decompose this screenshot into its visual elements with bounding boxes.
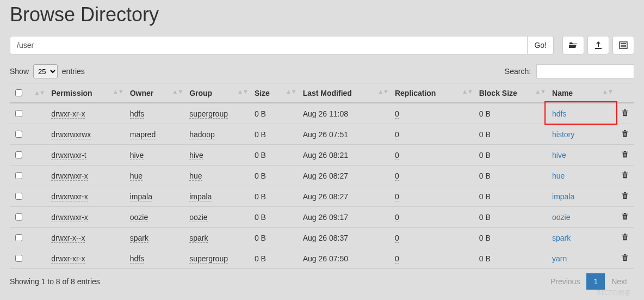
permission-link[interactable]: drwxr-xr-x [51, 109, 85, 119]
delete-button[interactable] [621, 213, 629, 222]
owner-link[interactable]: oozie [130, 213, 148, 222]
length-select[interactable]: 25 [33, 64, 58, 78]
table-row: drwxr-x--xsparkspark0 BAug 26 08:3700 Bs… [10, 228, 634, 248]
row-checkbox[interactable] [15, 131, 22, 138]
name-link[interactable]: hue [552, 172, 565, 180]
sort-icon[interactable]: ▲▼ [535, 89, 546, 95]
col-permission[interactable]: Permission [51, 89, 92, 97]
row-checkbox[interactable] [15, 110, 22, 117]
delete-button[interactable] [621, 130, 629, 139]
row-checkbox[interactable] [15, 234, 22, 241]
col-name[interactable]: Name [552, 89, 573, 97]
pagination: Previous 1 Next [544, 273, 634, 290]
col-group[interactable]: Group [189, 89, 212, 97]
permission-link[interactable]: drwxrwxr-x [51, 213, 88, 222]
owner-link[interactable]: hive [130, 151, 144, 160]
page-1[interactable]: 1 [586, 273, 605, 290]
replication-link[interactable]: 0 [395, 234, 399, 243]
name-link[interactable]: hive [552, 151, 566, 160]
permission-link[interactable]: drwxrwxrwx [51, 130, 91, 139]
row-checkbox[interactable] [15, 151, 22, 158]
path-input[interactable] [10, 36, 527, 54]
replication-link[interactable]: 0 [395, 213, 399, 222]
sort-icon[interactable]: ▲▼ [237, 89, 248, 95]
table-row: drwxrwxrwxmapredhadoop0 BAug 26 07:5100 … [10, 124, 634, 145]
sort-icon[interactable]: ▲▼ [286, 89, 296, 95]
delete-button[interactable] [621, 192, 629, 201]
delete-button[interactable] [621, 172, 629, 180]
owner-link[interactable]: hdfs [130, 109, 144, 119]
delete-button[interactable] [621, 234, 629, 242]
row-checkbox[interactable] [15, 172, 22, 179]
size-text: 0 B [255, 151, 266, 160]
col-last-modified[interactable]: Last Modified [303, 89, 352, 97]
sort-icon[interactable]: ▲▼ [377, 89, 388, 95]
search-input[interactable] [536, 64, 634, 78]
sort-icon[interactable]: ▲▼ [34, 90, 45, 96]
sort-icon[interactable]: ▲▼ [113, 89, 123, 95]
delete-button[interactable] [621, 151, 629, 160]
group-link[interactable]: supergroup [189, 109, 228, 119]
replication-link[interactable]: 0 [395, 254, 399, 264]
replication-link[interactable]: 0 [395, 192, 399, 201]
next-button[interactable]: Next [604, 273, 634, 290]
directory-table: ▲▼ Permission▲▼ Owner▲▼ Group▲▼ Size▲▼ L… [10, 83, 634, 269]
blocksize-text: 0 B [479, 130, 491, 139]
sort-icon[interactable]: ▲▼ [602, 89, 613, 95]
col-size[interactable]: Size [255, 89, 270, 97]
blocksize-text: 0 B [479, 109, 491, 118]
row-checkbox[interactable] [15, 213, 22, 221]
name-link[interactable]: hdfs [552, 109, 566, 118]
modified-text: Aug 26 07:50 [303, 254, 348, 263]
owner-link[interactable]: spark [130, 234, 148, 243]
length-menu: Show 25 entries [10, 64, 85, 78]
col-block-size[interactable]: Block Size [479, 89, 517, 97]
replication-link[interactable]: 0 [395, 151, 399, 160]
home-button[interactable] [562, 36, 584, 54]
group-link[interactable]: hive [189, 151, 203, 160]
permission-link[interactable]: drwxr-x--x [51, 234, 85, 243]
replication-link[interactable]: 0 [395, 130, 399, 139]
permission-link[interactable]: drwxrwxr-x [51, 192, 88, 201]
row-checkbox[interactable] [15, 255, 22, 262]
delete-button[interactable] [621, 109, 629, 118]
folder-open-icon [569, 41, 578, 50]
group-link[interactable]: impala [189, 192, 212, 201]
permission-link[interactable]: drwxrwxr-t [51, 151, 86, 160]
owner-link[interactable]: hue [130, 172, 143, 181]
upload-button[interactable] [587, 36, 609, 54]
prev-button[interactable]: Previous [543, 273, 587, 290]
go-button[interactable]: Go! [527, 36, 554, 54]
name-link[interactable]: history [552, 130, 574, 139]
modified-text: Aug 26 08:21 [303, 151, 348, 160]
newdir-button[interactable] [612, 36, 634, 54]
name-link[interactable]: impala [552, 192, 574, 201]
table-row: drwxrwxr-ximpalaimpala0 BAug 26 08:2700 … [10, 186, 634, 207]
owner-link[interactable]: mapred [130, 130, 156, 139]
table-row: drwxr-xr-xhdfssupergroup0 BAug 26 11:080… [10, 103, 634, 124]
permission-link[interactable]: drwxrwxr-x [51, 172, 88, 181]
select-all-checkbox[interactable] [15, 89, 22, 96]
group-link[interactable]: oozie [189, 213, 207, 222]
group-link[interactable]: spark [189, 234, 208, 243]
delete-button[interactable] [621, 254, 629, 263]
name-link[interactable]: spark [552, 234, 571, 242]
name-link[interactable]: oozie [552, 213, 570, 222]
table-row: drwxrwxr-thivehive0 BAug 26 08:2100 Bhiv… [10, 145, 634, 166]
sort-icon[interactable]: ▲▼ [172, 89, 183, 95]
col-owner[interactable]: Owner [130, 89, 154, 97]
permission-link[interactable]: drwxr-xr-x [51, 254, 85, 264]
name-link[interactable]: yarn [552, 254, 567, 263]
row-checkbox[interactable] [15, 193, 22, 200]
search-box: Search: [505, 64, 634, 78]
replication-link[interactable]: 0 [395, 172, 399, 181]
blocksize-text: 0 B [479, 151, 491, 160]
owner-link[interactable]: impala [130, 192, 152, 201]
owner-link[interactable]: hdfs [130, 254, 144, 264]
group-link[interactable]: hue [189, 172, 202, 181]
replication-link[interactable]: 0 [395, 109, 399, 119]
col-replication[interactable]: Replication [395, 89, 436, 97]
group-link[interactable]: hadoop [189, 130, 215, 139]
group-link[interactable]: supergroup [189, 254, 228, 264]
sort-icon[interactable]: ▲▼ [462, 89, 473, 95]
